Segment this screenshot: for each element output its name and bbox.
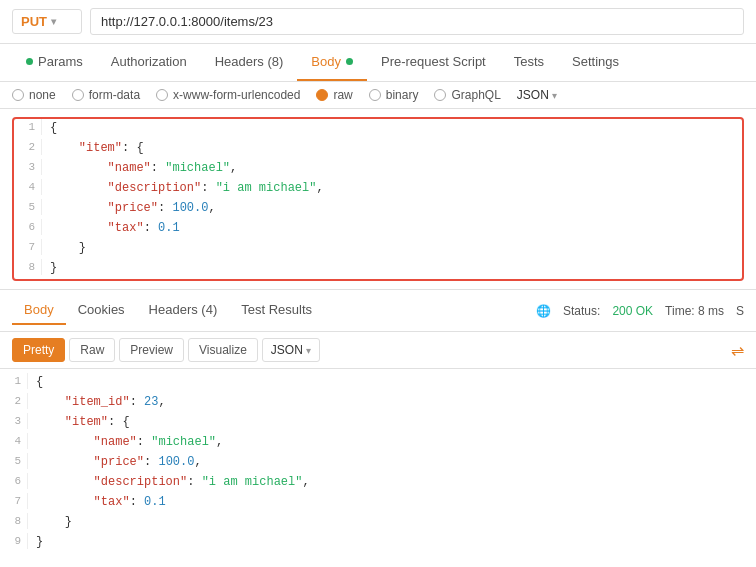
resp-line-5: 5 "price": 100.0, [0,453,756,473]
status-label: Status: [563,304,600,318]
json-chevron-icon: ▾ [552,90,557,101]
tab-settings-label: Settings [572,54,619,69]
request-tabs: Params Authorization Headers (8) Body Pr… [0,44,756,82]
tab-tests-label: Tests [514,54,544,69]
resp-tab-body[interactable]: Body [12,296,66,325]
resp-line-7: 7 "tax": 0.1 [0,493,756,513]
tab-params-label: Params [38,54,83,69]
url-bar: PUT ▾ [0,0,756,44]
method-label: PUT [21,14,47,29]
tab-settings[interactable]: Settings [558,44,633,81]
resp-json-chevron-icon: ▾ [306,345,311,356]
resp-line-1: 1 { [0,373,756,393]
body-type-formdata[interactable]: form-data [72,88,140,102]
format-raw[interactable]: Raw [69,338,115,362]
req-line-7: 7 } [14,239,742,259]
method-selector[interactable]: PUT ▾ [12,9,82,34]
tab-authorization-label: Authorization [111,54,187,69]
req-line-4: 4 "description": "i am michael", [14,179,742,199]
tab-tests[interactable]: Tests [500,44,558,81]
req-line-5: 5 "price": 100.0, [14,199,742,219]
size-label: S [736,304,744,318]
tab-authorization[interactable]: Authorization [97,44,201,81]
tab-headers[interactable]: Headers (8) [201,44,298,81]
req-line-3: 3 "name": "michael", [14,159,742,179]
resp-json-label: JSON [271,343,303,357]
tab-prerequest[interactable]: Pre-request Script [367,44,500,81]
req-line-2: 2 "item": { [14,139,742,159]
body-type-row: none form-data x-www-form-urlencoded raw… [0,82,756,109]
url-input[interactable] [90,8,744,35]
body-type-graphql[interactable]: GraphQL [434,88,500,102]
filter-icon[interactable]: ⇌ [731,341,744,360]
time-label: Time: 8 ms [665,304,724,318]
tab-body[interactable]: Body [297,44,367,81]
resp-tab-cookies[interactable]: Cookies [66,296,137,325]
response-format-row: Pretty Raw Preview Visualize JSON ▾ ⇌ [0,332,756,369]
body-type-urlencoded[interactable]: x-www-form-urlencoded [156,88,300,102]
globe-icon: 🌐 [536,304,551,318]
tab-params[interactable]: Params [12,44,97,81]
radio-none [12,89,24,101]
req-line-1: 1 { [14,119,742,139]
radio-urlencoded [156,89,168,101]
resp-tab-headers[interactable]: Headers (4) [137,296,230,325]
resp-tab-testresults[interactable]: Test Results [229,296,324,325]
format-visualize[interactable]: Visualize [188,338,258,362]
radio-formdata [72,89,84,101]
method-chevron-icon: ▾ [51,16,56,27]
format-pretty[interactable]: Pretty [12,338,65,362]
tab-prerequest-label: Pre-request Script [381,54,486,69]
params-dot [26,58,33,65]
format-preview[interactable]: Preview [119,338,184,362]
resp-line-4: 4 "name": "michael", [0,433,756,453]
response-tabs: Body Cookies Headers (4) Test Results 🌐 … [0,289,756,332]
req-line-6: 6 "tax": 0.1 [14,219,742,239]
response-body: 1 { 2 "item_id": 23, 3 "item": { 4 "name… [0,369,756,557]
radio-binary [369,89,381,101]
resp-line-8: 8 } [0,513,756,533]
json-format-label: JSON [517,88,549,102]
radio-raw [316,89,328,101]
body-type-binary[interactable]: binary [369,88,419,102]
status-code: 200 OK [612,304,653,318]
resp-json-selector[interactable]: JSON ▾ [262,338,320,362]
tab-headers-label: Headers (8) [215,54,284,69]
radio-graphql [434,89,446,101]
body-type-none[interactable]: none [12,88,56,102]
resp-line-6: 6 "description": "i am michael", [0,473,756,493]
request-body-editor[interactable]: 1 { 2 "item": { 3 "name": "michael", 4 "… [12,117,744,281]
body-dot [346,58,353,65]
resp-line-2: 2 "item_id": 23, [0,393,756,413]
body-type-raw[interactable]: raw [316,88,352,102]
req-line-8: 8 } [14,259,742,279]
resp-line-9: 9 } [0,533,756,553]
resp-line-3: 3 "item": { [0,413,756,433]
json-format-selector[interactable]: JSON ▾ [517,88,557,102]
tab-body-label: Body [311,54,341,69]
status-info: 🌐 Status: 200 OK Time: 8 ms S [536,304,744,318]
